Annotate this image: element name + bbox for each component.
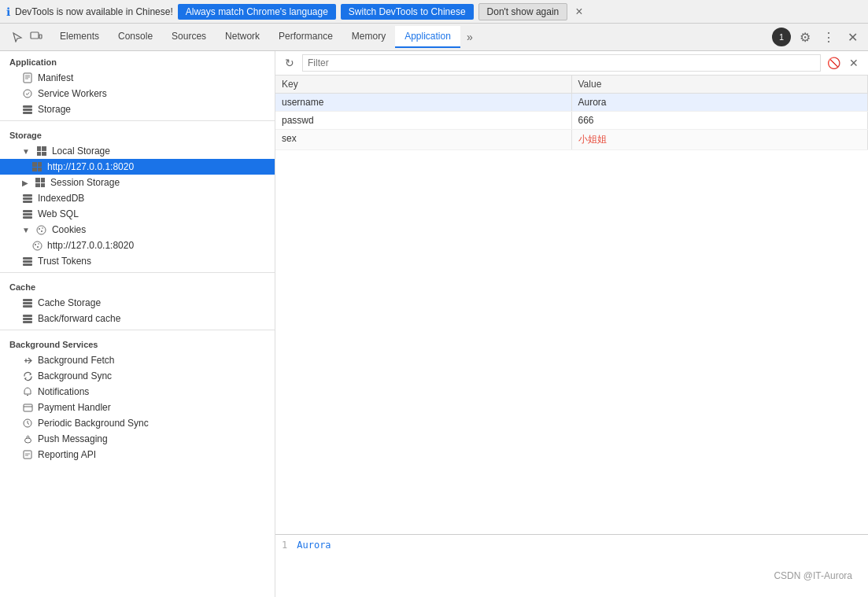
sidebar-item-local-storage-url[interactable]: http://127.0.0.1:8020 [0,159,275,175]
nav-icons [3,29,50,45]
close-devtools-icon[interactable]: ✕ [843,28,862,46]
table-cell-key: username [275,94,572,111]
preview-value: Aurora [297,540,331,551]
sidebar-item-local-storage[interactable]: ▼ Local Storage [0,143,275,159]
block-icon[interactable]: 🚫 [826,55,841,71]
sidebar-item-cache-storage[interactable]: Cache Storage [0,295,275,311]
sidebar-item-reporting-api[interactable]: Reporting API [0,447,275,462]
session-storage-icon [35,177,46,188]
svg-point-14 [37,246,39,248]
notification-bar: ℹ DevTools is now available in Chinese! … [0,0,868,24]
sidebar-item-storage-main[interactable]: Storage [0,101,275,117]
sidebar-item-websql[interactable]: Web SQL [0,206,275,222]
divider-2 [0,272,275,273]
sidebar-item-periodic-bg-sync[interactable]: Periodic Background Sync [0,415,275,431]
close-notification-button[interactable]: × [575,5,582,19]
storage-main-icon [22,104,33,115]
back-forward-cache-label: Back/forward cache [38,313,120,324]
trust-tokens-icon [22,256,33,267]
overflow-button[interactable]: » [460,28,479,46]
device-icon[interactable] [28,29,44,45]
filter-bar: ↻ 🚫 ✕ [275,51,868,76]
table-row[interactable]: passwd 666 [275,112,868,130]
svg-point-11 [33,241,42,250]
clear-filter-button[interactable]: ✕ [846,55,862,71]
sidebar-item-service-workers[interactable]: Service Workers [0,86,275,101]
notifications-icon [22,386,33,397]
periodic-bg-sync-icon [22,418,33,429]
line-number: 1 [282,540,287,551]
bottom-preview: 1Aurora [275,534,868,597]
sidebar-item-notifications[interactable]: Notifications [0,384,275,400]
col-key-header: Key [275,76,572,93]
tab-console[interactable]: Console [109,26,162,48]
table-row[interactable]: sex 小姐姐 [275,130,868,150]
tab-memory[interactable]: Memory [342,26,395,48]
sidebar-item-back-forward-cache[interactable]: Back/forward cache [0,311,275,326]
svg-point-9 [42,227,44,229]
bg-sync-label: Background Sync [38,370,112,381]
svg-point-6 [24,90,31,98]
table-cell-key: passwd [275,112,572,129]
tab-elements[interactable]: Elements [50,26,109,48]
tab-sources[interactable]: Sources [162,26,216,48]
sidebar-item-bg-fetch[interactable]: Background Fetch [0,352,275,368]
sidebar-item-payment-handler[interactable]: Payment Handler [0,400,275,415]
reporting-api-label: Reporting API [38,449,96,460]
cookies-icon [36,224,47,235]
svg-point-8 [39,228,40,230]
svg-point-13 [38,243,39,245]
storage-section-title: Storage [0,124,275,143]
svg-rect-24 [24,451,31,459]
cache-section-title: Cache [0,276,275,295]
tab-performance[interactable]: Performance [269,26,342,48]
info-icon: ℹ [6,6,10,18]
reporting-api-icon [22,449,33,460]
content-pane: ↻ 🚫 ✕ Key Value username Aurora passwd 6… [275,51,868,597]
dont-show-button[interactable]: Don't show again [478,3,568,20]
notifications-label: Notifications [38,386,89,397]
divider-1 [0,120,275,121]
cache-storage-label: Cache Storage [38,297,101,308]
table-cell-value: 666 [572,112,869,129]
local-storage-url-icon [31,161,42,172]
match-language-button[interactable]: Always match Chrome's language [178,4,336,20]
sidebar-item-cookies-url[interactable]: http://127.0.0.1:8020 [0,238,275,253]
bg-fetch-icon [22,355,33,366]
filter-input[interactable] [302,54,821,72]
back-forward-cache-icon [22,313,33,324]
tab-application[interactable]: Application [395,26,460,48]
session-storage-label: Session Storage [50,177,120,188]
cookies-label: Cookies [52,224,86,235]
settings-icon[interactable]: ⚙ [796,28,814,46]
sidebar-item-cookies[interactable]: ▼ Cookies [0,222,275,238]
cursor-icon[interactable] [9,29,25,45]
sidebar: Application Manifest Service Workers Sto… [0,51,275,597]
svg-rect-0 [31,32,39,39]
refresh-button[interactable]: ↻ [282,55,297,71]
svg-rect-1 [39,35,42,39]
table-cell-value: Aurora [572,94,869,111]
indexeddb-icon [22,193,33,204]
tab-network[interactable]: Network [216,26,269,48]
bg-sync-icon [22,370,33,381]
sidebar-item-indexeddb[interactable]: IndexedDB [0,190,275,206]
table-row[interactable]: username Aurora [275,94,868,112]
more-options-icon[interactable]: ⋮ [819,28,838,46]
sidebar-item-trust-tokens[interactable]: Trust Tokens [0,253,275,269]
switch-language-button[interactable]: Switch DevTools to Chinese [341,4,474,20]
service-workers-label: Service Workers [38,88,107,99]
cookies-expand-arrow: ▼ [22,226,30,234]
trust-tokens-label: Trust Tokens [38,256,91,267]
issues-count[interactable]: 1 [772,28,791,46]
tab-bar: Elements Console Sources Network Perform… [0,24,868,51]
sidebar-item-bg-sync[interactable]: Background Sync [0,368,275,384]
periodic-bg-sync-label: Periodic Background Sync [38,418,149,429]
manifest-icon [22,72,33,83]
svg-line-22 [28,423,29,425]
sidebar-item-push-messaging[interactable]: Push Messaging [0,431,275,447]
sidebar-item-session-storage[interactable]: ▶ Session Storage [0,175,275,190]
sidebar-item-manifest[interactable]: Manifest [0,70,275,86]
right-controls: 1 ⚙ ⋮ ✕ [772,28,865,46]
service-workers-icon [22,88,33,99]
